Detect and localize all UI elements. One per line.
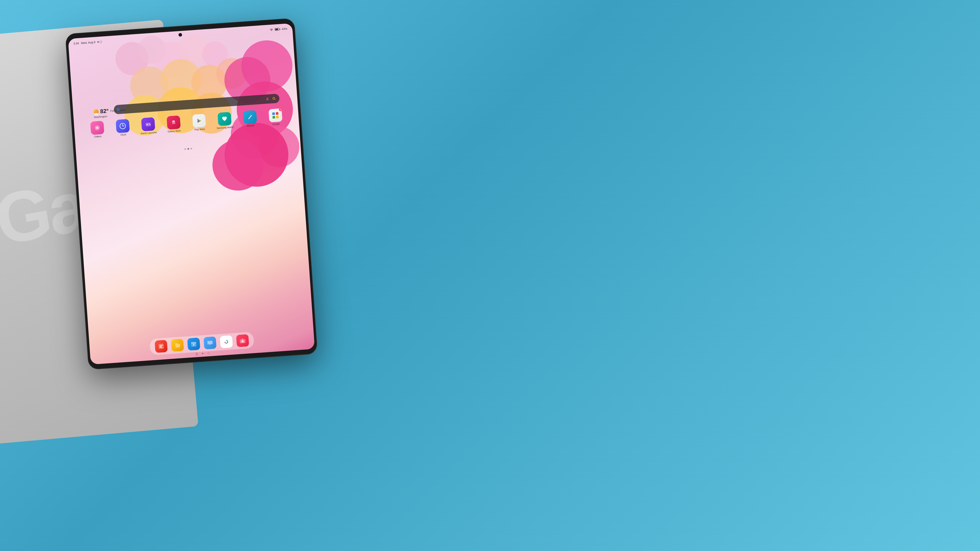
page-dot-2 [190, 148, 192, 149]
recent-apps-button[interactable]: ||| [196, 352, 198, 356]
tablet-screen: 3:34 Wed. Aug 9 ■ ◯ 44% [68, 23, 315, 365]
dock-app-chrome[interactable] [220, 335, 233, 348]
dock-app-messages[interactable] [204, 337, 216, 349]
status-right: 44% [269, 27, 287, 32]
battery-percent: 44% [282, 27, 287, 30]
app-galaxy-store[interactable]: Galaxy Store [163, 115, 185, 133]
penup-icon [243, 110, 257, 124]
app-clock[interactable]: Clock [112, 119, 134, 137]
clock-icon [116, 119, 130, 133]
status-time: 3:34 [73, 41, 79, 45]
svg-rect-0 [267, 97, 268, 100]
weather-temp: 82° [100, 108, 109, 115]
clock-label: Clock [121, 133, 126, 136]
battery-indicator [275, 28, 280, 30]
dock-app-tasks[interactable] [155, 340, 168, 353]
tablet-device: 3:34 Wed. Aug 9 ■ ◯ 44% [65, 18, 318, 370]
svg-line-3 [275, 99, 275, 100]
nav-bar: ||| ◁ [196, 351, 210, 356]
app-google[interactable]: ● Google [265, 108, 286, 126]
dock-app-camera[interactable] [236, 334, 249, 347]
dock-app-calendar[interactable]: 9 [187, 338, 200, 351]
page-dot-1 [187, 148, 189, 149]
galaxy-store-icon [167, 115, 181, 130]
google-icon: ● [269, 108, 283, 123]
gallery-label: Gallery [94, 135, 102, 138]
google-g-label: G [117, 107, 120, 112]
status-icons: ■ ◯ [97, 40, 102, 43]
back-button[interactable]: ◁ [207, 351, 210, 355]
svg-text:9: 9 [193, 344, 194, 346]
app-samsung-health[interactable]: Samsung Health [214, 112, 235, 130]
weather-icon [94, 109, 99, 114]
app-penup[interactable]: PENUP [239, 110, 261, 128]
dock-app-files[interactable] [171, 339, 184, 352]
status-left: 3:34 Wed. Aug 9 ■ ◯ [73, 40, 102, 45]
status-date: Wed. Aug 9 [81, 41, 95, 44]
penup-label: PENUP [247, 124, 255, 127]
play-store-icon [192, 114, 206, 128]
app-game-launcher[interactable]: Game Launcher [138, 117, 159, 135]
app-gallery[interactable]: Gallery [86, 121, 108, 138]
game-launcher-icon [141, 117, 156, 131]
home-button[interactable] [202, 353, 204, 354]
wifi-icon [270, 28, 274, 31]
wallpaper-bubbles [68, 23, 312, 332]
google-label: Google [272, 122, 280, 125]
app-play-store[interactable]: Play Store [188, 113, 210, 131]
voice-search-button[interactable] [265, 97, 270, 102]
page-dot-0 [184, 148, 186, 150]
samsung-health-icon [218, 112, 232, 126]
gallery-icon [90, 121, 104, 135]
lens-search-button[interactable] [272, 96, 277, 101]
